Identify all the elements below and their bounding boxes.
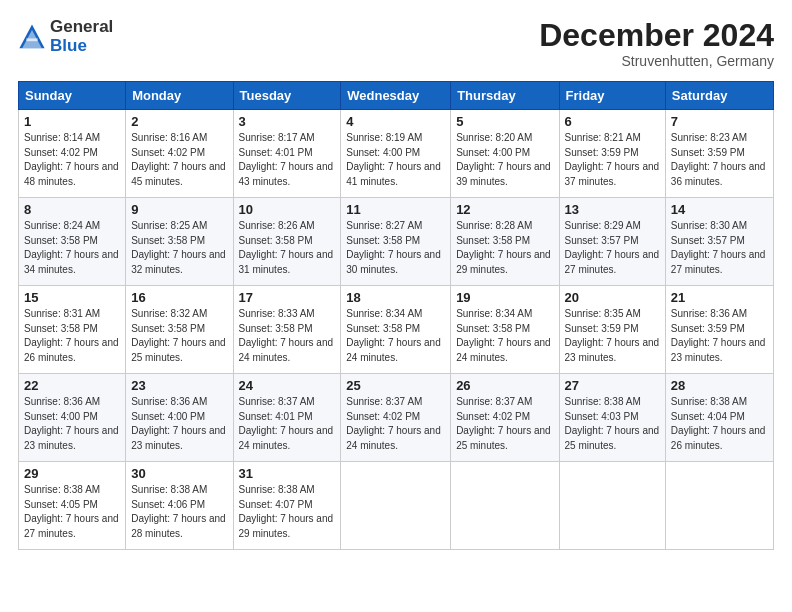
day-info: Sunrise: 8:36 AMSunset: 4:00 PMDaylight:… <box>24 396 119 451</box>
day-info: Sunrise: 8:34 AMSunset: 3:58 PMDaylight:… <box>456 308 551 363</box>
table-row: 22Sunrise: 8:36 AMSunset: 4:00 PMDayligh… <box>19 374 126 462</box>
table-row: 3Sunrise: 8:17 AMSunset: 4:01 PMDaylight… <box>233 110 341 198</box>
table-row: 24Sunrise: 8:37 AMSunset: 4:01 PMDayligh… <box>233 374 341 462</box>
day-number: 9 <box>131 202 227 217</box>
table-row: 14Sunrise: 8:30 AMSunset: 3:57 PMDayligh… <box>665 198 773 286</box>
table-row: 25Sunrise: 8:37 AMSunset: 4:02 PMDayligh… <box>341 374 451 462</box>
col-header-monday: Monday <box>126 82 233 110</box>
table-row: 11Sunrise: 8:27 AMSunset: 3:58 PMDayligh… <box>341 198 451 286</box>
table-row: 17Sunrise: 8:33 AMSunset: 3:58 PMDayligh… <box>233 286 341 374</box>
calendar-header-row: SundayMondayTuesdayWednesdayThursdayFrid… <box>19 82 774 110</box>
calendar-week-3: 15Sunrise: 8:31 AMSunset: 3:58 PMDayligh… <box>19 286 774 374</box>
header: General Blue December 2024 Struvenhutten… <box>18 18 774 69</box>
day-info: Sunrise: 8:25 AMSunset: 3:58 PMDaylight:… <box>131 220 226 275</box>
calendar: SundayMondayTuesdayWednesdayThursdayFrid… <box>18 81 774 550</box>
logo: General Blue <box>18 18 113 55</box>
day-number: 15 <box>24 290 120 305</box>
day-number: 10 <box>239 202 336 217</box>
day-info: Sunrise: 8:17 AMSunset: 4:01 PMDaylight:… <box>239 132 334 187</box>
table-row <box>665 462 773 550</box>
table-row <box>451 462 559 550</box>
logo-icon <box>18 23 46 51</box>
day-number: 8 <box>24 202 120 217</box>
table-row: 31Sunrise: 8:38 AMSunset: 4:07 PMDayligh… <box>233 462 341 550</box>
calendar-week-5: 29Sunrise: 8:38 AMSunset: 4:05 PMDayligh… <box>19 462 774 550</box>
day-info: Sunrise: 8:36 AMSunset: 4:00 PMDaylight:… <box>131 396 226 451</box>
table-row: 1Sunrise: 8:14 AMSunset: 4:02 PMDaylight… <box>19 110 126 198</box>
day-number: 22 <box>24 378 120 393</box>
table-row <box>559 462 665 550</box>
table-row: 20Sunrise: 8:35 AMSunset: 3:59 PMDayligh… <box>559 286 665 374</box>
col-header-tuesday: Tuesday <box>233 82 341 110</box>
day-number: 18 <box>346 290 445 305</box>
table-row: 7Sunrise: 8:23 AMSunset: 3:59 PMDaylight… <box>665 110 773 198</box>
day-info: Sunrise: 8:36 AMSunset: 3:59 PMDaylight:… <box>671 308 766 363</box>
calendar-week-1: 1Sunrise: 8:14 AMSunset: 4:02 PMDaylight… <box>19 110 774 198</box>
col-header-thursday: Thursday <box>451 82 559 110</box>
table-row: 18Sunrise: 8:34 AMSunset: 3:58 PMDayligh… <box>341 286 451 374</box>
day-info: Sunrise: 8:38 AMSunset: 4:06 PMDaylight:… <box>131 484 226 539</box>
page: General Blue December 2024 Struvenhutten… <box>0 0 792 612</box>
day-info: Sunrise: 8:34 AMSunset: 3:58 PMDaylight:… <box>346 308 441 363</box>
day-number: 5 <box>456 114 553 129</box>
month-title: December 2024 <box>539 18 774 53</box>
table-row: 19Sunrise: 8:34 AMSunset: 3:58 PMDayligh… <box>451 286 559 374</box>
table-row: 4Sunrise: 8:19 AMSunset: 4:00 PMDaylight… <box>341 110 451 198</box>
logo-general: General <box>50 18 113 37</box>
table-row: 26Sunrise: 8:37 AMSunset: 4:02 PMDayligh… <box>451 374 559 462</box>
table-row: 9Sunrise: 8:25 AMSunset: 3:58 PMDaylight… <box>126 198 233 286</box>
day-number: 29 <box>24 466 120 481</box>
day-number: 7 <box>671 114 768 129</box>
table-row: 16Sunrise: 8:32 AMSunset: 3:58 PMDayligh… <box>126 286 233 374</box>
table-row: 23Sunrise: 8:36 AMSunset: 4:00 PMDayligh… <box>126 374 233 462</box>
day-number: 27 <box>565 378 660 393</box>
day-number: 31 <box>239 466 336 481</box>
day-number: 21 <box>671 290 768 305</box>
day-number: 30 <box>131 466 227 481</box>
day-number: 3 <box>239 114 336 129</box>
location: Struvenhutten, Germany <box>539 53 774 69</box>
day-number: 24 <box>239 378 336 393</box>
day-number: 26 <box>456 378 553 393</box>
day-number: 17 <box>239 290 336 305</box>
day-info: Sunrise: 8:28 AMSunset: 3:58 PMDaylight:… <box>456 220 551 275</box>
day-info: Sunrise: 8:16 AMSunset: 4:02 PMDaylight:… <box>131 132 226 187</box>
day-number: 12 <box>456 202 553 217</box>
day-number: 19 <box>456 290 553 305</box>
table-row: 28Sunrise: 8:38 AMSunset: 4:04 PMDayligh… <box>665 374 773 462</box>
day-info: Sunrise: 8:37 AMSunset: 4:01 PMDaylight:… <box>239 396 334 451</box>
col-header-sunday: Sunday <box>19 82 126 110</box>
day-info: Sunrise: 8:35 AMSunset: 3:59 PMDaylight:… <box>565 308 660 363</box>
table-row: 30Sunrise: 8:38 AMSunset: 4:06 PMDayligh… <box>126 462 233 550</box>
day-info: Sunrise: 8:31 AMSunset: 3:58 PMDaylight:… <box>24 308 119 363</box>
logo-blue: Blue <box>50 37 113 56</box>
day-number: 2 <box>131 114 227 129</box>
day-number: 23 <box>131 378 227 393</box>
day-info: Sunrise: 8:38 AMSunset: 4:03 PMDaylight:… <box>565 396 660 451</box>
col-header-wednesday: Wednesday <box>341 82 451 110</box>
day-info: Sunrise: 8:27 AMSunset: 3:58 PMDaylight:… <box>346 220 441 275</box>
calendar-week-2: 8Sunrise: 8:24 AMSunset: 3:58 PMDaylight… <box>19 198 774 286</box>
day-info: Sunrise: 8:37 AMSunset: 4:02 PMDaylight:… <box>346 396 441 451</box>
table-row: 6Sunrise: 8:21 AMSunset: 3:59 PMDaylight… <box>559 110 665 198</box>
table-row: 8Sunrise: 8:24 AMSunset: 3:58 PMDaylight… <box>19 198 126 286</box>
day-info: Sunrise: 8:38 AMSunset: 4:07 PMDaylight:… <box>239 484 334 539</box>
day-number: 13 <box>565 202 660 217</box>
col-header-saturday: Saturday <box>665 82 773 110</box>
day-info: Sunrise: 8:23 AMSunset: 3:59 PMDaylight:… <box>671 132 766 187</box>
day-info: Sunrise: 8:37 AMSunset: 4:02 PMDaylight:… <box>456 396 551 451</box>
day-number: 4 <box>346 114 445 129</box>
table-row: 2Sunrise: 8:16 AMSunset: 4:02 PMDaylight… <box>126 110 233 198</box>
day-number: 6 <box>565 114 660 129</box>
col-header-friday: Friday <box>559 82 665 110</box>
day-number: 25 <box>346 378 445 393</box>
day-info: Sunrise: 8:32 AMSunset: 3:58 PMDaylight:… <box>131 308 226 363</box>
day-number: 14 <box>671 202 768 217</box>
day-info: Sunrise: 8:29 AMSunset: 3:57 PMDaylight:… <box>565 220 660 275</box>
table-row <box>341 462 451 550</box>
day-info: Sunrise: 8:21 AMSunset: 3:59 PMDaylight:… <box>565 132 660 187</box>
table-row: 21Sunrise: 8:36 AMSunset: 3:59 PMDayligh… <box>665 286 773 374</box>
day-number: 11 <box>346 202 445 217</box>
table-row: 15Sunrise: 8:31 AMSunset: 3:58 PMDayligh… <box>19 286 126 374</box>
day-info: Sunrise: 8:14 AMSunset: 4:02 PMDaylight:… <box>24 132 119 187</box>
